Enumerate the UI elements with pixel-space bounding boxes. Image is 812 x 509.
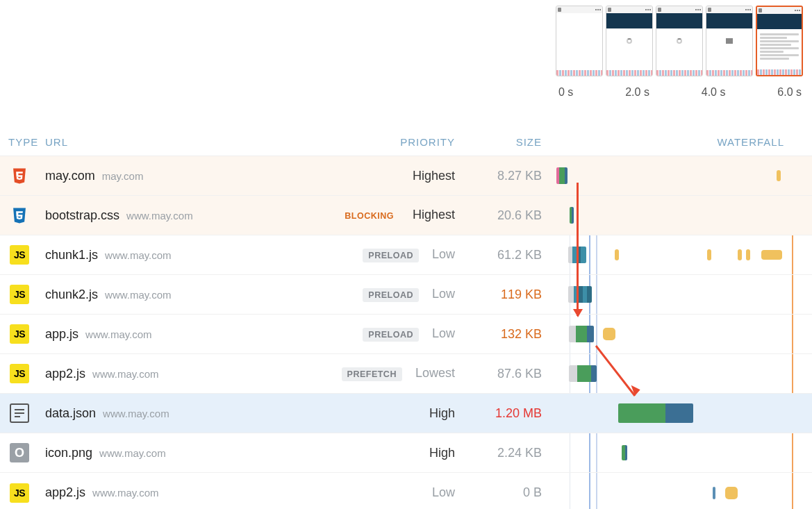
request-priority: Highest: [413, 169, 455, 183]
col-waterfall[interactable]: Waterfall: [556, 136, 798, 148]
request-row[interactable]: JS chunk1.js www.may.com PRELOAD Low 61.…: [0, 235, 812, 275]
filmstrip-thumb[interactable]: [556, 6, 603, 76]
request-priority: Low: [432, 485, 455, 499]
waterfall-blip: [777, 170, 781, 181]
request-row[interactable]: JS app.js www.may.com PRELOAD Low 132 KB: [0, 315, 812, 354]
request-host: www.may.com: [99, 447, 166, 459]
html-icon: [10, 166, 29, 185]
request-host: www.may.com: [92, 368, 159, 380]
waterfall-blip: [603, 328, 615, 340]
badge-preload: PRELOAD: [363, 288, 419, 302]
waterfall-blip: [746, 249, 750, 260]
waterfall-blip: [725, 487, 738, 499]
waterfall-lane: [556, 235, 798, 274]
document-icon: [10, 403, 29, 423]
axis-tick: 2.0 s: [625, 86, 649, 99]
request-host: www.may.com: [92, 487, 159, 499]
request-name: bootstrap.css: [45, 208, 119, 223]
request-name: chunk2.js: [45, 287, 98, 302]
css-icon: [10, 206, 29, 225]
request-size: 2.24 KB: [469, 446, 556, 460]
request-host: www.may.com: [103, 408, 169, 419]
col-type[interactable]: Type: [0, 136, 45, 148]
request-name: app.js: [45, 327, 78, 342]
request-row[interactable]: may.com may.com Highest 8.27 KB: [0, 156, 812, 196]
waterfall-blip: [707, 249, 711, 260]
waterfall-blip: [713, 487, 715, 499]
request-size: 1.20 MB: [469, 406, 556, 421]
filmstrip-thumb[interactable]: [706, 6, 753, 76]
col-priority[interactable]: Priority: [295, 136, 469, 148]
filmstrip: [556, 6, 806, 76]
request-host: www.may.com: [105, 289, 172, 301]
svg-line-0: [596, 346, 635, 396]
request-name: app2.js: [45, 367, 85, 381]
initiator-arrow-diag: [596, 346, 649, 406]
request-row[interactable]: JS app2.js www.may.com PREFETCH Lowest 8…: [0, 354, 812, 394]
waterfall-lane: [556, 196, 798, 235]
request-size: 8.27 KB: [469, 169, 556, 183]
request-size: 61.2 KB: [469, 248, 556, 262]
request-name: icon.png: [45, 446, 92, 460]
waterfall-lane: [556, 473, 798, 509]
request-priority: High: [429, 446, 455, 460]
col-url[interactable]: URL: [45, 136, 295, 148]
waterfall-lane: [556, 394, 798, 433]
request-priority: High: [429, 406, 455, 420]
axis-tick: 0 s: [558, 86, 573, 99]
request-size: 119 KB: [469, 287, 556, 302]
request-row[interactable]: JS chunk2.js www.may.com PRELOAD Low 119…: [0, 275, 812, 315]
waterfall-lane: [556, 433, 798, 472]
js-icon: JS: [10, 245, 29, 265]
request-priority: Low: [432, 287, 455, 301]
table-header: Type URL Priority Size Waterfall: [0, 128, 812, 156]
request-size: 87.6 KB: [469, 367, 556, 381]
request-size: 20.6 KB: [469, 208, 556, 223]
request-size: 0 B: [469, 485, 556, 500]
js-icon: JS: [10, 364, 29, 383]
filmstrip-time-axis: 0 s 2.0 s 4.0 s 6.0 s: [556, 82, 806, 99]
filmstrip-thumb[interactable]: [606, 6, 653, 76]
request-host: www.may.com: [126, 210, 193, 222]
waterfall-lane: [556, 315, 798, 353]
axis-tick: 6.0 s: [777, 86, 802, 99]
waterfall-lane: [556, 156, 798, 195]
request-name: chunk1.js: [45, 248, 98, 262]
request-size: 132 KB: [469, 327, 556, 342]
request-row[interactable]: JS app2.js www.may.com Low 0 B: [0, 473, 812, 509]
request-row[interactable]: O icon.png www.may.com High 2.24 KB: [0, 433, 812, 473]
request-name: may.com: [45, 169, 95, 183]
other-icon: O: [10, 443, 29, 462]
badge-preload: PRELOAD: [363, 328, 419, 342]
js-icon: JS: [10, 483, 29, 503]
request-priority: Low: [432, 326, 455, 340]
filmstrip-panel: 0 s 2.0 s 4.0 s 6.0 s: [556, 6, 806, 99]
initiator-arrow: [577, 183, 579, 316]
filmstrip-thumb-selected[interactable]: [756, 6, 803, 76]
request-priority: Lowest: [415, 366, 455, 380]
request-name: app2.js: [45, 485, 85, 500]
col-size[interactable]: Size: [469, 136, 556, 148]
waterfall-lane: [556, 354, 798, 393]
request-row[interactable]: data.json www.may.com High 1.20 MB: [0, 394, 812, 433]
badge-preload: PRELOAD: [363, 249, 419, 262]
request-host: www.may.com: [85, 328, 152, 340]
badge-blocking: BLOCKING: [339, 209, 399, 223]
waterfall-lane: [556, 275, 798, 314]
js-icon: JS: [10, 285, 29, 304]
waterfall-blip: [738, 249, 742, 260]
filmstrip-thumb[interactable]: [656, 6, 703, 76]
badge-prefetch: PREFETCH: [342, 367, 402, 381]
request-priority: Low: [432, 247, 455, 261]
request-priority: Highest: [413, 208, 455, 222]
request-row[interactable]: bootstrap.css www.may.com BLOCKING Highe…: [0, 196, 812, 235]
waterfall-blip: [615, 249, 619, 260]
request-host: www.may.com: [105, 249, 172, 261]
waterfall-blip: [761, 250, 782, 260]
request-name: data.json: [45, 406, 96, 421]
request-host: may.com: [102, 170, 144, 182]
js-icon: JS: [10, 324, 29, 344]
axis-tick: 4.0 s: [702, 86, 726, 99]
request-table: may.com may.com Highest 8.27 KB bootstra…: [0, 156, 812, 509]
